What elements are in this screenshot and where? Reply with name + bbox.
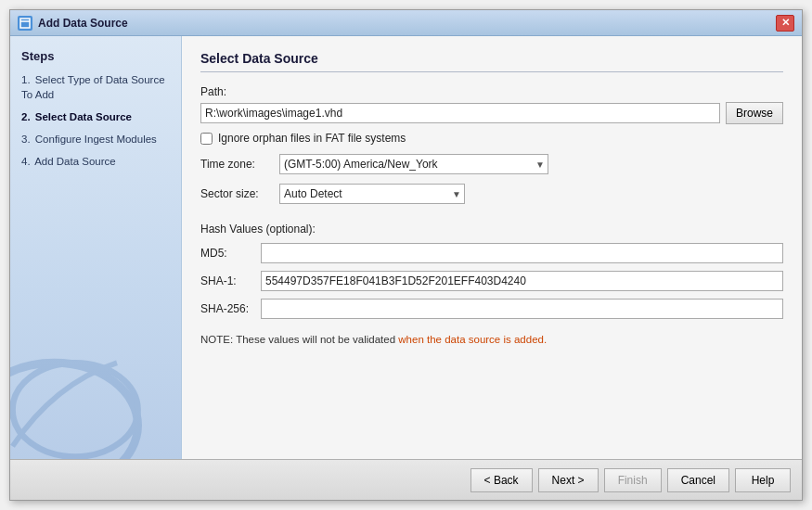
md5-row: MD5: (200, 243, 783, 263)
timezone-dropdown-wrapper: (GMT-5:00) America/New_York ▼ (279, 154, 548, 174)
next-button[interactable]: Next > (538, 468, 599, 492)
window-icon (18, 16, 32, 31)
sidebar-watermark (10, 320, 159, 459)
sha256-input[interactable] (261, 299, 783, 319)
step-3: 3. Configure Ingest Modules (21, 132, 170, 147)
sector-label: Sector size: (200, 187, 279, 200)
browse-button[interactable]: Browse (726, 102, 783, 124)
orphan-checkbox[interactable] (200, 133, 213, 145)
note-prefix: NOTE: These values will not be validated (200, 334, 398, 345)
window-title: Add Data Source (38, 17, 776, 30)
step-4: 4. Add Data Source (21, 154, 170, 169)
steps-list: 1. Select Type of Data Source To Add 2. … (21, 72, 170, 169)
note-suffix: when the data source is added. (398, 334, 547, 345)
svg-point-3 (13, 363, 138, 456)
help-button[interactable]: Help (735, 468, 791, 492)
finish-button[interactable]: Finish (604, 468, 662, 492)
cancel-button[interactable]: Cancel (667, 468, 729, 492)
steps-title: Steps (21, 49, 170, 63)
sha256-row: SHA-256: (200, 299, 783, 319)
path-input[interactable] (200, 103, 720, 123)
path-row: Browse (200, 102, 783, 124)
svg-rect-0 (20, 19, 30, 28)
path-label: Path: (200, 85, 783, 98)
back-button[interactable]: < Back (470, 468, 533, 492)
timezone-row: Time zone: (GMT-5:00) America/New_York ▼ (200, 154, 783, 174)
orphan-label[interactable]: Ignore orphan files in FAT file systems (218, 132, 406, 145)
step-2: 2. Select Data Source (21, 109, 170, 124)
sidebar: Steps 1. Select Type of Data Source To A… (10, 36, 182, 459)
sector-row: Sector size: Auto Detect ▼ (200, 184, 783, 204)
step-1: 1. Select Type of Data Source To Add (21, 72, 170, 102)
sha1-label: SHA-1: (200, 274, 261, 287)
footer: < Back Next > Finish Cancel Help (10, 459, 802, 500)
note-text: NOTE: These values will not be validated… (200, 334, 783, 345)
hash-section-title: Hash Values (optional): (200, 223, 783, 236)
timezone-select[interactable]: (GMT-5:00) America/New_York (279, 154, 548, 174)
sector-dropdown-wrapper: Auto Detect ▼ (279, 184, 465, 204)
sha1-row: SHA-1: (200, 271, 783, 291)
orphan-checkbox-row: Ignore orphan files in FAT file systems (200, 132, 783, 145)
md5-label: MD5: (200, 247, 261, 260)
title-bar: Add Data Source ✕ (10, 10, 802, 36)
sector-select[interactable]: Auto Detect (279, 184, 465, 204)
main-panel: Select Data Source Path: Browse Ignore o… (182, 36, 802, 459)
add-data-source-dialog: Add Data Source ✕ Steps 1. Select Type o… (9, 9, 803, 501)
sha256-label: SHA-256: (200, 302, 261, 315)
timezone-label: Time zone: (200, 158, 279, 171)
content-area: Steps 1. Select Type of Data Source To A… (10, 36, 802, 459)
close-button[interactable]: ✕ (776, 15, 794, 32)
sha1-input[interactable] (261, 271, 783, 291)
panel-title: Select Data Source (200, 51, 783, 72)
md5-input[interactable] (261, 243, 783, 263)
